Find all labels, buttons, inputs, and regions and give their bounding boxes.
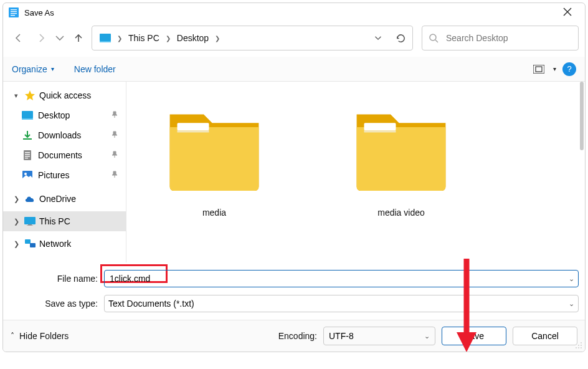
organize-button[interactable]: Organize ▾ (12, 64, 54, 74)
tree-label: This PC (39, 216, 70, 226)
pin-icon (111, 111, 118, 120)
hide-folders-button[interactable]: ˄ Hide Folders (11, 331, 69, 341)
save-button[interactable]: Save (442, 327, 506, 345)
nav-recent-dropdown[interactable] (54, 28, 65, 48)
pin-icon (111, 151, 118, 160)
svg-rect-6 (100, 41, 111, 42)
svg-rect-12 (24, 150, 31, 160)
svg-rect-15 (25, 156, 30, 156)
file-name-input[interactable] (108, 273, 565, 284)
tree-onedrive[interactable]: ❯ OneDrive (3, 189, 126, 209)
help-icon: ? (567, 64, 571, 74)
svg-rect-4 (11, 15, 15, 16)
svg-rect-9 (536, 67, 542, 72)
tree-desktop[interactable]: Desktop (3, 105, 126, 125)
svg-rect-16 (25, 158, 28, 158)
cancel-button[interactable]: Cancel (513, 327, 577, 345)
chevron-down-icon (374, 34, 382, 42)
tree-label: Downloads (38, 130, 81, 140)
chevron-right-icon: ❯ (12, 218, 21, 226)
chevron-right-icon: ❯ (12, 240, 21, 248)
chevron-down-icon (55, 33, 65, 43)
save-as-type-select[interactable]: Text Documents (*.txt) ⌄ (104, 295, 579, 312)
content-pane[interactable]: media media video (126, 82, 585, 262)
svg-rect-27 (364, 130, 396, 132)
svg-rect-3 (11, 13, 17, 14)
pin-icon (111, 131, 118, 140)
tree-label: Desktop (38, 110, 70, 120)
chevron-down-icon[interactable]: ⌄ (565, 275, 574, 283)
file-name-input-wrapper[interactable]: ⌄ (104, 270, 579, 287)
nav-back-button[interactable] (9, 28, 28, 48)
cloud-icon (24, 193, 36, 204)
search-box[interactable] (422, 26, 579, 50)
breadcrumb-desktop[interactable]: Desktop (173, 33, 212, 43)
chevron-right-icon: ❯ (12, 195, 21, 203)
address-bar[interactable]: ❯ This PC ❯ Desktop ❯ (92, 26, 413, 50)
svg-rect-11 (22, 118, 33, 120)
svg-rect-20 (28, 224, 32, 225)
svg-rect-21 (27, 225, 33, 226)
address-root[interactable] (96, 34, 115, 42)
resize-grip[interactable] (574, 340, 582, 349)
window-title: Save As (24, 8, 555, 17)
tree-pictures[interactable]: Pictures (3, 165, 126, 185)
breadcrumb-chevron-icon[interactable]: ❯ (212, 35, 222, 42)
tree-label: Documents (38, 150, 82, 160)
caret-down-icon: ▾ (51, 65, 54, 72)
notepad-app-icon (8, 7, 19, 18)
folder-icon (348, 95, 454, 201)
nav-up-button[interactable] (69, 28, 88, 48)
breadcrumb-chevron-icon[interactable]: ❯ (163, 35, 173, 42)
search-icon (429, 33, 439, 43)
breadcrumb-this-pc[interactable]: This PC (125, 33, 163, 43)
help-button[interactable]: ? (562, 62, 576, 76)
svg-point-29 (578, 345, 579, 346)
svg-rect-8 (533, 65, 544, 74)
svg-rect-24 (178, 123, 209, 130)
svg-point-33 (581, 347, 582, 348)
svg-rect-22 (25, 239, 31, 244)
folder-item[interactable]: media video (330, 95, 473, 249)
refresh-button[interactable] (392, 30, 409, 46)
view-mode-button[interactable]: ▾ (533, 65, 556, 74)
tree-documents[interactable]: Documents (3, 145, 126, 165)
close-button[interactable] (555, 7, 580, 18)
tree-label: Network (39, 239, 71, 249)
tree-quick-access[interactable]: ▾ Quick access (3, 85, 126, 105)
breadcrumb-chevron-icon[interactable]: ❯ (115, 35, 125, 42)
search-input[interactable] (445, 32, 572, 44)
star-icon (24, 90, 36, 101)
svg-rect-13 (25, 152, 30, 153)
svg-point-30 (581, 345, 582, 346)
file-name-label: File name: (9, 274, 104, 284)
svg-rect-19 (24, 217, 36, 224)
pin-icon (111, 171, 118, 180)
svg-rect-23 (30, 243, 36, 247)
tree-network[interactable]: ❯ Network (3, 234, 126, 254)
chevron-up-icon: ˄ (11, 332, 14, 340)
close-icon (563, 7, 572, 18)
scrollbar-thumb[interactable] (580, 82, 584, 150)
svg-rect-2 (11, 11, 17, 12)
nav-forward-button[interactable] (32, 28, 50, 48)
network-icon (24, 238, 36, 249)
scrollbar[interactable] (580, 82, 585, 262)
tree-this-pc[interactable]: ❯ This PC (3, 211, 126, 231)
pictures-icon (22, 170, 33, 181)
encoding-label: Encoding: (278, 331, 317, 341)
address-history-dropdown[interactable] (370, 30, 386, 46)
save-as-type-label: Save as type: (9, 299, 104, 309)
folder-icon (161, 95, 267, 201)
svg-point-32 (578, 347, 579, 348)
new-folder-button[interactable]: New folder (74, 64, 116, 74)
monitor-icon (24, 216, 36, 227)
folder-item[interactable]: media (143, 95, 286, 249)
save-as-type-value: Text Documents (*.txt) (108, 299, 194, 309)
encoding-select[interactable]: UTF-8 ⌄ (323, 327, 435, 345)
svg-rect-1 (11, 9, 17, 10)
folder-tree: ▾ Quick access Desktop (3, 82, 126, 262)
arrow-up-icon (74, 33, 83, 43)
tree-downloads[interactable]: Downloads (3, 125, 126, 145)
desktop-icon (22, 110, 33, 121)
